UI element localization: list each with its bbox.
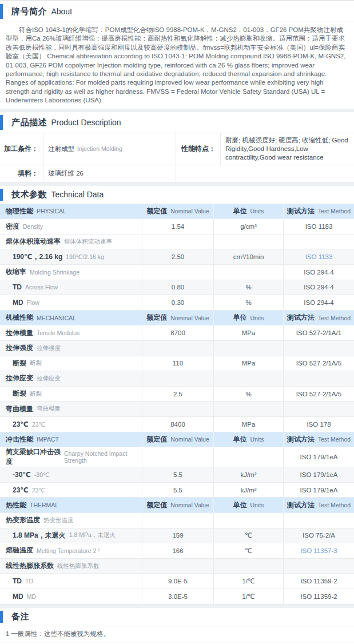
test-method-link[interactable]: ISO 11357-3 xyxy=(283,543,354,559)
group-name-en: THERMAL xyxy=(30,502,58,508)
col-header-zh: 单位 xyxy=(233,435,247,444)
param-label-en: 190℃/2.16 kg xyxy=(66,253,104,260)
col-header-en: Units xyxy=(250,502,264,508)
param-value: 5.5 xyxy=(142,483,213,498)
note-item: 2 10°C/min xyxy=(0,642,354,644)
product-description-table: 加工条件： 注射成型 Injection Molding 性能特点： 耐磨; 机… xyxy=(0,133,354,182)
col-header-en: Nominal Value xyxy=(170,315,209,321)
param-value: 2.5 xyxy=(142,387,213,402)
param-value: 166 xyxy=(142,543,213,559)
param-label: 线性热膨胀系数线性热膨胀系数 xyxy=(0,559,142,574)
param-label-en: 熔体体积流动速率 xyxy=(64,238,112,246)
param-label: 1.8 MPa，未退火1.8 MPa，未退火 xyxy=(0,528,142,544)
param-label-zh: 23℃ xyxy=(13,420,29,428)
param-value: 159 xyxy=(142,528,213,544)
col-header-en: Test Method xyxy=(318,315,351,321)
param-value: 2.50 xyxy=(142,249,213,265)
table-row: -30℃-30℃5.5kJ/m²ISO 179/1eA xyxy=(0,467,354,483)
param-value xyxy=(142,559,213,574)
param-test-method: ISO 11359-2 xyxy=(283,589,354,605)
param-label: 23℃23℃ xyxy=(0,417,142,432)
processing-condition-label: 加工条件： xyxy=(0,133,43,165)
col-header-en: Test Method xyxy=(318,502,351,508)
param-unit xyxy=(213,513,283,528)
param-label-zh: 熔融温度 xyxy=(6,546,33,555)
param-label-en: 线性热膨胀系数 xyxy=(57,562,100,570)
param-label-en: 弯曲模量 xyxy=(37,405,61,413)
about-title-en: About xyxy=(51,7,72,16)
param-value: 8700 xyxy=(142,325,213,341)
table-row: 拉伸强度拉伸强度 xyxy=(0,341,354,356)
param-value xyxy=(142,234,213,250)
col-header-units: 单位Units xyxy=(213,498,283,513)
param-unit: % xyxy=(213,295,283,311)
group-header-row: 冲击性能IMPACT额定值Nominal Value单位Units测试方法Tes… xyxy=(0,432,354,448)
col-header-method: 测试方法Test Method xyxy=(283,311,354,326)
param-unit: % xyxy=(213,280,283,296)
param-label: TDTD xyxy=(0,574,142,589)
col-header-en: Test Method xyxy=(318,436,351,443)
param-label: 拉伸模量Tensile Modulus xyxy=(0,325,142,341)
param-value: 1.54 xyxy=(142,219,213,234)
param-value xyxy=(142,401,213,417)
param-unit xyxy=(213,447,283,467)
col-header-units: 单位Units xyxy=(213,204,283,220)
param-test-method: ISO 294-4 xyxy=(283,280,354,296)
col-header-zh: 额定值 xyxy=(146,435,167,444)
param-label-zh: MD xyxy=(13,299,23,307)
col-header-en: Units xyxy=(250,208,264,214)
technical-title-zh: 技术参数 xyxy=(11,189,47,199)
param-label-en: 拉伸应变 xyxy=(37,375,61,383)
group-name: 冲击性能IMPACT xyxy=(0,432,142,448)
param-value xyxy=(142,513,213,528)
col-header-zh: 单位 xyxy=(233,500,247,510)
param-label-en: Across Flow xyxy=(25,284,58,291)
param-label: -30℃-30℃ xyxy=(0,467,142,483)
param-label: 拉伸应变拉伸应变 xyxy=(0,371,142,387)
col-header-zh: 测试方法 xyxy=(287,313,315,323)
col-header-zh: 单位 xyxy=(233,313,247,323)
group-name-zh: 冲击性能 xyxy=(6,435,33,444)
param-label-en: Charpy Notched Impact Strength xyxy=(64,450,142,464)
param-label: 收缩率Molding Shrinkage xyxy=(0,265,142,280)
col-header-zh: 额定值 xyxy=(146,206,167,216)
table-row: 熔体体积流动速率熔体体积流动速率 xyxy=(0,234,354,250)
param-unit: ℃ xyxy=(213,543,283,559)
table-row: 熔融温度Melting Temperature 2 ²166℃ISO 11357… xyxy=(0,543,354,559)
group-name-en: PHYSICAL xyxy=(37,208,66,214)
group-name-zh: 机械性能 xyxy=(6,313,33,323)
col-header-en: Test Method xyxy=(318,208,351,214)
param-unit xyxy=(213,234,283,250)
product-title-en: Product Description xyxy=(51,118,121,127)
param-label-zh: 190℃，2.16 kg xyxy=(13,252,62,262)
table-row: MDFlow0.30%ISO 294-4 xyxy=(0,295,354,311)
param-label: 弯曲模量弯曲模量 xyxy=(0,401,142,417)
param-test-method: ISO 179/1eA xyxy=(283,483,354,498)
param-label-en: -30℃ xyxy=(34,471,50,478)
test-method-link[interactable]: ISO 1133 xyxy=(283,249,354,265)
param-label-en: 1.8 MPa，未退火 xyxy=(69,531,116,539)
param-test-method: ISO 294-4 xyxy=(283,295,354,311)
technical-data-section: 技术参数 Technical Data 物理性能PHYSICAL额定值Nomin… xyxy=(0,186,354,605)
col-header-nominal: 额定值Nominal Value xyxy=(142,498,213,513)
param-label-zh: 1.8 MPa，未退火 xyxy=(13,531,66,540)
param-unit: kJ/m² xyxy=(213,467,283,483)
param-value: 5.5 xyxy=(142,467,213,483)
about-title-zh: 牌号简介 xyxy=(11,6,47,16)
col-header-en: Nominal Value xyxy=(170,502,209,508)
param-label-en: 断裂 xyxy=(30,359,42,367)
param-label-zh: 热变形温度 xyxy=(6,515,40,525)
param-value: 110 xyxy=(142,356,213,372)
col-header-en: Units xyxy=(250,436,264,443)
param-label: 密度Density xyxy=(0,219,142,234)
param-unit xyxy=(213,371,283,387)
param-label-zh: -30℃ xyxy=(13,471,31,479)
col-header-units: 单位Units xyxy=(213,311,283,326)
param-unit: MPa xyxy=(213,356,283,372)
param-test-method: ISO 75-2/A xyxy=(283,528,354,544)
note-item: 1 一般属性：这些不能被视为规格。 xyxy=(0,626,354,642)
param-label: 190℃，2.16 kg190℃/2.16 kg xyxy=(0,249,142,265)
group-name-en: MECHANICAL xyxy=(37,315,76,321)
technical-table: 物理性能PHYSICAL额定值Nominal Value单位Units测试方法T… xyxy=(0,204,354,605)
param-value: 0.30 xyxy=(142,295,213,311)
